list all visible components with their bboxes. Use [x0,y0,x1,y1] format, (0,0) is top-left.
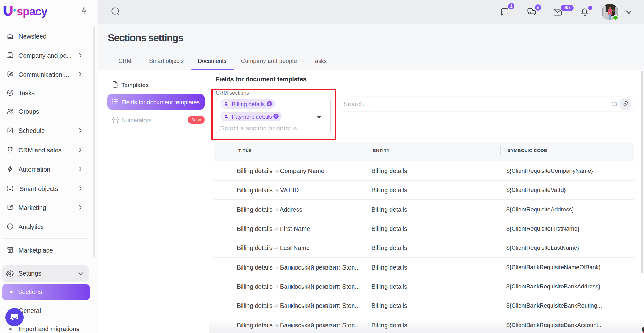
svg-text:spacy: spacy [17,5,47,18]
